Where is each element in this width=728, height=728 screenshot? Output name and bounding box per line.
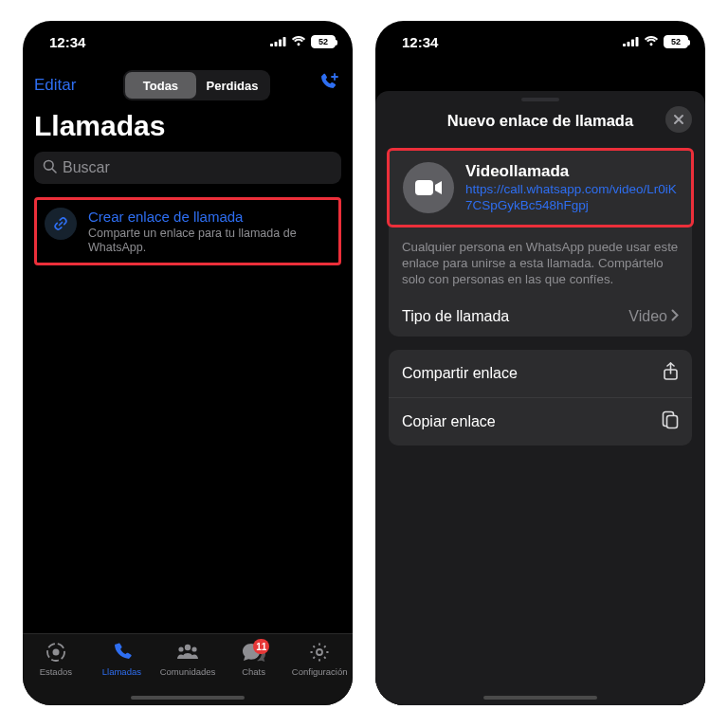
wifi-icon [291, 33, 306, 50]
status-bar: 12:34 52 [375, 21, 705, 63]
battery-indicator: 52 [311, 35, 336, 48]
svg-rect-1 [275, 42, 278, 46]
home-indicator [483, 696, 597, 700]
phone-left-calls-screen: 12:34 52 Editar Todas Perdidas Llamadas [23, 21, 353, 705]
segment-all[interactable]: Todas [125, 72, 197, 99]
svg-line-5 [52, 169, 56, 173]
svg-point-8 [185, 645, 191, 650]
clock: 12:34 [402, 34, 438, 50]
wifi-icon [644, 33, 659, 50]
svg-rect-18 [667, 416, 678, 428]
video-call-url: https://call.whatsapp.com/video/Lr0iK7CS… [465, 181, 678, 213]
create-call-link-row[interactable]: Crear enlace de llamada Comparte un enla… [34, 197, 341, 265]
sheet-grabber[interactable] [521, 98, 559, 101]
gear-icon [308, 640, 331, 664]
link-actions: Compartir enlace Copiar enlace [389, 350, 692, 446]
svg-rect-14 [631, 40, 634, 47]
call-type-row[interactable]: Tipo de llamada Video [389, 297, 692, 337]
svg-point-9 [178, 646, 183, 651]
video-icon [403, 162, 454, 213]
svg-rect-16 [415, 180, 433, 195]
svg-rect-0 [270, 44, 273, 46]
chats-badge: 11 [253, 639, 269, 654]
share-link-button[interactable]: Compartir enlace [389, 350, 692, 397]
svg-point-10 [191, 646, 196, 651]
signal-icon [270, 33, 286, 50]
phone-right-new-link-sheet: 12:34 52 Nuevo enlace de llamada [375, 21, 705, 705]
create-link-title: Crear enlace de llamada [88, 208, 331, 226]
video-call-label: Videollamada [465, 162, 678, 181]
create-link-subtitle: Comparte un enlace para tu llamada de Wh… [88, 227, 331, 255]
phone-icon [110, 640, 133, 664]
close-icon [673, 114, 684, 125]
signal-icon [623, 33, 639, 50]
copy-link-button[interactable]: Copiar enlace [389, 397, 692, 446]
new-call-link-sheet: Nuevo enlace de llamada Videollamada htt… [375, 91, 705, 705]
sheet-title: Nuevo enlace de llamada [447, 112, 633, 130]
page-title: Llamadas [23, 106, 353, 152]
battery-indicator: 52 [664, 35, 688, 48]
tab-bar: Estados Llamadas Comunidades 11 Chats [23, 633, 353, 705]
svg-rect-12 [623, 44, 626, 46]
video-call-link-row[interactable]: Videollamada https://call.whatsapp.com/v… [387, 148, 694, 228]
tab-states[interactable]: Estados [23, 640, 89, 705]
copy-icon [662, 410, 679, 433]
call-type-label: Tipo de llamada [402, 308, 509, 325]
chevron-right-icon [671, 308, 679, 325]
svg-rect-3 [283, 37, 286, 46]
svg-rect-13 [628, 42, 630, 46]
close-button[interactable] [665, 106, 692, 133]
status-bar: 12:34 52 [23, 21, 353, 63]
status-indicators: 52 [270, 33, 336, 50]
link-icon [45, 208, 77, 240]
new-call-button[interactable] [317, 73, 341, 98]
segment-missed[interactable]: Perdidas [196, 72, 268, 99]
create-link-text: Crear enlace de llamada Comparte un enla… [88, 208, 331, 255]
clock: 12:34 [49, 34, 85, 50]
status-circle-icon [45, 640, 67, 664]
tab-settings[interactable]: Configuración [286, 640, 353, 705]
svg-rect-15 [636, 37, 639, 46]
status-indicators: 52 [623, 33, 688, 50]
call-type-value: Video [628, 308, 667, 325]
svg-point-11 [317, 649, 322, 655]
link-description: Cualquier persona en WhatsApp puede usar… [389, 228, 692, 297]
call-link-card: Videollamada https://call.whatsapp.com/v… [389, 148, 692, 337]
svg-point-7 [52, 649, 59, 656]
search-icon [43, 159, 57, 177]
search-input[interactable]: Buscar [34, 152, 341, 184]
calls-header: Editar Todas Perdidas [23, 63, 353, 106]
share-icon [663, 362, 679, 385]
communities-icon [175, 640, 200, 664]
segmented-control[interactable]: Todas Perdidas [123, 70, 270, 100]
edit-button[interactable]: Editar [34, 76, 76, 95]
home-indicator [131, 696, 245, 700]
svg-rect-2 [279, 40, 282, 47]
search-placeholder: Buscar [63, 159, 110, 176]
